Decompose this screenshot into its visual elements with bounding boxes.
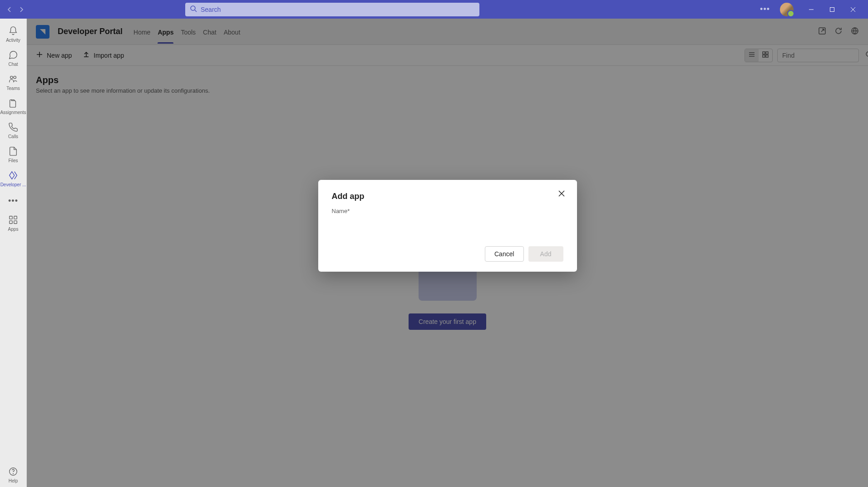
rail-item-chat[interactable]: Chat <box>0 46 27 70</box>
rail-item-label: Calls <box>8 134 18 139</box>
svg-point-3 <box>14 76 16 79</box>
back-button[interactable] <box>6 6 13 13</box>
rail-item-apps[interactable]: Apps <box>0 211 27 235</box>
rail-item-activity[interactable]: Activity <box>0 22 27 46</box>
svg-point-0 <box>191 6 195 10</box>
forward-button[interactable] <box>18 6 25 13</box>
add-button[interactable]: Add <box>528 246 563 262</box>
teams-icon <box>8 74 18 85</box>
window-controls <box>801 0 863 19</box>
rail-item-label: Activity <box>6 38 20 43</box>
rail-item-files[interactable]: Files <box>0 143 27 167</box>
svg-rect-6 <box>10 221 12 224</box>
rail-item-help[interactable]: Help <box>0 463 27 487</box>
rail-item-label: Help <box>9 478 18 483</box>
name-field-label: Name* <box>332 208 563 214</box>
chat-icon <box>8 50 18 61</box>
close-button[interactable] <box>843 0 863 19</box>
svg-rect-4 <box>10 216 12 219</box>
search-icon <box>190 5 197 14</box>
rail-item-teams[interactable]: Teams <box>0 70 27 94</box>
title-bar: Search ••• <box>0 0 868 19</box>
modal-title: Add app <box>332 192 563 201</box>
user-avatar[interactable] <box>780 3 794 16</box>
titlebar-right: ••• <box>757 0 868 19</box>
svg-rect-5 <box>14 216 17 219</box>
minimize-button[interactable] <box>801 0 822 19</box>
more-options-button[interactable]: ••• <box>757 5 773 14</box>
close-icon <box>558 191 565 199</box>
rail-item-label: Apps <box>8 227 19 232</box>
cancel-button[interactable]: Cancel <box>485 246 524 262</box>
search-box[interactable]: Search <box>185 3 479 16</box>
bell-icon <box>8 26 18 37</box>
svg-rect-1 <box>830 7 834 11</box>
rail-item-label: Files <box>8 158 18 163</box>
svg-rect-7 <box>14 221 17 224</box>
rail-item-calls[interactable]: Calls <box>0 119 27 143</box>
modal-close-button[interactable] <box>558 190 565 199</box>
apps-icon <box>8 215 18 226</box>
rail-more-button[interactable]: ••• <box>8 191 18 211</box>
rail-item-label: Developer ... <box>0 182 26 187</box>
left-rail: Activity Chat Teams Assignments Calls <box>0 19 27 487</box>
svg-point-9 <box>13 473 14 474</box>
rail-item-developer-portal[interactable]: Developer ... <box>0 167 27 191</box>
modal-backdrop[interactable]: Add app Name* Cancel Add <box>27 19 868 487</box>
add-app-modal: Add app Name* Cancel Add <box>318 180 577 272</box>
nav-arrow-group <box>0 6 31 13</box>
phone-icon <box>8 122 18 133</box>
assignments-icon <box>8 98 18 109</box>
svg-point-2 <box>10 76 13 79</box>
rail-item-label: Teams <box>6 86 20 91</box>
devportal-icon <box>8 170 18 181</box>
search-placeholder: Search <box>201 6 221 13</box>
maximize-button[interactable] <box>822 0 843 19</box>
file-icon <box>8 146 18 157</box>
modal-footer: Cancel Add <box>332 246 563 262</box>
help-icon <box>8 467 18 477</box>
rail-item-label: Chat <box>8 62 18 67</box>
rail-item-assignments[interactable]: Assignments <box>0 94 27 119</box>
rail-item-label: Assignments <box>0 110 26 115</box>
content-area: Developer Portal Home Apps Tools Chat Ab… <box>27 19 868 487</box>
